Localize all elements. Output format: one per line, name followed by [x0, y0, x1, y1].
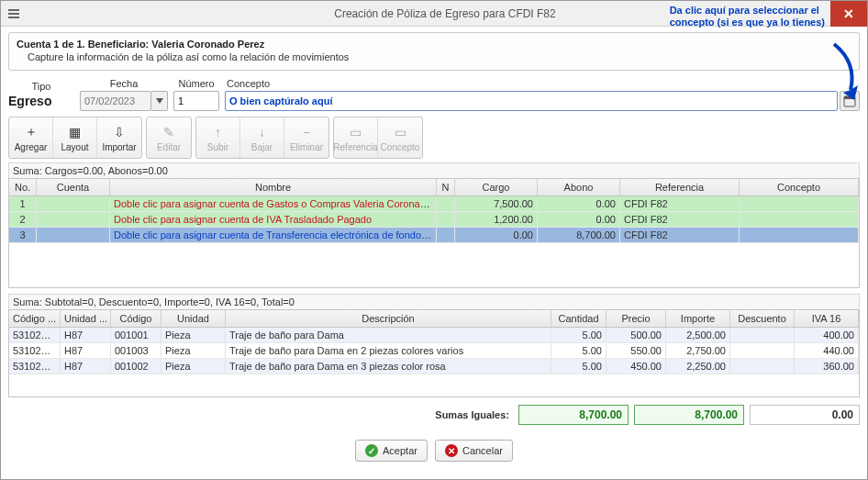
cell-codigo-sat: 53102802	[9, 359, 61, 374]
cell-unidad-sat: H87	[61, 328, 111, 342]
cell-unidad-sat: H87	[61, 343, 111, 358]
fecha-dropdown-button[interactable]	[151, 91, 168, 111]
x-icon: ✕	[445, 444, 458, 457]
plus-icon: ＋	[25, 124, 38, 140]
col-precio[interactable]: Precio	[606, 310, 666, 327]
cell-iva: 360.00	[795, 359, 859, 374]
concepto-input[interactable]	[225, 91, 838, 111]
poliza-window: Creación de Póliza de Egreso para CFDI F…	[0, 0, 868, 480]
col-referencia[interactable]: Referencia	[620, 179, 740, 195]
close-button[interactable]: ✕	[830, 1, 867, 27]
cell-cantidad: 5.00	[551, 359, 606, 374]
numero-label: Número	[178, 78, 214, 89]
col-nombre[interactable]: Nombre	[110, 179, 437, 195]
sumas-iguales-label: Sumas Iguales:	[435, 409, 509, 420]
col-importe[interactable]: Importe	[666, 310, 730, 327]
suma-cargos-abonos: Suma: Cargos=0.00, Abonos=0.00	[8, 162, 860, 178]
importar-button[interactable]: ⇩Importar	[97, 117, 141, 158]
col-abono[interactable]: Abono	[538, 179, 620, 195]
totals-row: Sumas Iguales: 8,700.00 8,700.00 0.00	[8, 405, 860, 425]
col-no[interactable]: No.	[9, 179, 37, 195]
bajar-button[interactable]: ↓Bajar	[240, 117, 284, 158]
import-icon: ⇩	[114, 124, 125, 140]
concepto-label: Concepto	[227, 78, 270, 89]
table-row[interactable]: 53102802H87001003PiezaTraje de baño para…	[9, 343, 859, 359]
cell-no: 1	[9, 196, 37, 211]
col-unidad[interactable]: Unidad	[161, 310, 226, 327]
cell-n	[437, 212, 455, 227]
tipo-label: Tipo	[32, 81, 51, 92]
cell-nombre[interactable]: Doble clic para asignar cuenta de Gastos…	[110, 196, 437, 211]
cell-cuenta[interactable]	[37, 196, 110, 211]
cell-abono: 0.00	[538, 212, 620, 227]
col-descripcion[interactable]: Descripción	[226, 310, 551, 327]
table-row[interactable]: 1Doble clic para asignar cuenta de Gasto…	[9, 196, 859, 212]
cell-cargo: 7,500.00	[455, 196, 538, 211]
cell-abono: 8,700.00	[538, 228, 620, 242]
cell-referencia: CFDI F82	[620, 196, 740, 211]
col-codigo[interactable]: Código	[111, 310, 161, 327]
col-unidad-sat[interactable]: Unidad ...	[61, 310, 111, 327]
col-iva[interactable]: IVA 16	[795, 310, 859, 327]
cancelar-button[interactable]: ✕Cancelar	[435, 440, 513, 462]
numero-input[interactable]	[173, 91, 219, 111]
fecha-input[interactable]	[80, 91, 151, 111]
subir-button[interactable]: ↑Subir	[196, 117, 240, 158]
agregar-button[interactable]: ＋Agregar	[9, 117, 53, 158]
cell-cargo: 0.00	[455, 228, 538, 242]
form-row: Tipo Egreso Fecha Número Concepto	[8, 78, 860, 111]
col-n[interactable]: N	[437, 179, 455, 195]
items-grid[interactable]: Código ... Unidad ... Código Unidad Desc…	[8, 309, 860, 397]
table-row[interactable]: 2Doble clic para asignar cuenta de IVA T…	[9, 212, 859, 228]
cell-descuento	[730, 359, 795, 374]
table-row[interactable]: 3Doble clic para asignar cuenta de Trans…	[9, 228, 859, 243]
cell-referencia: CFDI F82	[620, 228, 740, 242]
cell-codigo-sat: 53102802	[9, 343, 61, 358]
cell-cantidad: 5.00	[551, 328, 606, 342]
col-codigo-sat[interactable]: Código ...	[9, 310, 61, 327]
cell-importe: 2,250.00	[666, 359, 730, 374]
cell-descripcion: Traje de baño para Dama en 2 piezas colo…	[226, 343, 551, 358]
cell-importe: 2,750.00	[666, 343, 730, 358]
referencia-button[interactable]: ▭Referencia	[334, 117, 378, 158]
concepto-button[interactable]: ▭Concepto	[378, 117, 422, 158]
menu-icon[interactable]	[6, 6, 21, 21]
table-row[interactable]: 53102802H87001002PiezaTraje de baño para…	[9, 359, 859, 374]
col-cuenta[interactable]: Cuenta	[37, 179, 110, 195]
col-concepto[interactable]: Concepto	[740, 179, 859, 195]
suma-totales: Suma: Subtotal=0, Descuento=0, Importe=0…	[8, 294, 860, 309]
reference-icon: ▭	[350, 124, 362, 140]
cell-precio: 500.00	[606, 328, 666, 342]
cell-codigo: 001001	[111, 328, 161, 342]
editar-button[interactable]: ✎Editar	[147, 117, 191, 158]
aceptar-button[interactable]: ✓Aceptar	[355, 440, 428, 462]
col-cantidad[interactable]: Cantidad	[551, 310, 606, 327]
beneficiary-panel: Cuenta 1 de 1. Beneficiario: Valeria Cor…	[8, 32, 860, 71]
eliminar-button[interactable]: −Eliminar	[284, 117, 328, 158]
col-cargo[interactable]: Cargo	[455, 179, 538, 195]
tipo-value: Egreso	[8, 94, 74, 111]
svg-rect-0	[8, 9, 19, 11]
svg-marker-4	[156, 98, 163, 104]
cell-nombre[interactable]: Doble clic para asignar cuenta de Transf…	[110, 228, 437, 242]
cell-cuenta[interactable]	[37, 212, 110, 227]
cell-no: 3	[9, 228, 37, 242]
movements-grid[interactable]: No. Cuenta Nombre N Cargo Abono Referenc…	[8, 178, 860, 288]
cell-cuenta[interactable]	[37, 228, 110, 242]
col-descuento[interactable]: Descuento	[730, 310, 795, 327]
layout-button[interactable]: ▦Layout	[53, 117, 97, 158]
table-row[interactable]: 53102802H87001001PiezaTraje de baño para…	[9, 328, 859, 343]
cell-unidad: Pieza	[161, 328, 226, 342]
cell-nombre[interactable]: Doble clic para asignar cuenta de IVA Tr…	[110, 212, 437, 227]
cell-referencia: CFDI F82	[620, 212, 740, 227]
cell-unidad: Pieza	[161, 359, 226, 374]
cell-n	[437, 228, 455, 242]
total-cargo: 8,700.00	[518, 405, 629, 425]
arrow-down-icon: ↓	[259, 124, 265, 140]
cell-n	[437, 196, 455, 211]
cell-concepto	[740, 212, 859, 227]
svg-rect-2	[8, 17, 19, 18]
layout-icon: ▦	[69, 124, 81, 140]
total-diff: 0.00	[750, 405, 860, 425]
cell-descuento	[730, 343, 795, 358]
